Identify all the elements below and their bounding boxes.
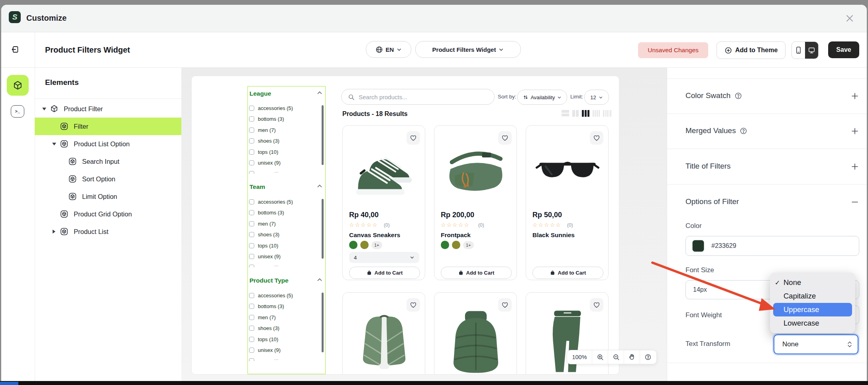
scrollbar-thumb[interactable]: [322, 105, 324, 165]
elements-tab-button[interactable]: [7, 75, 29, 96]
menu-option-lowercase[interactable]: Lowercase: [770, 316, 855, 330]
exit-editor-icon[interactable]: [10, 44, 21, 55]
grid-2col-icon[interactable]: [572, 110, 579, 117]
help-circle-icon[interactable]: [734, 92, 742, 100]
checkbox[interactable]: [249, 106, 254, 111]
mobile-preview-button[interactable]: [792, 42, 805, 59]
filter-option-label[interactable]: shoes (3): [258, 138, 279, 144]
filter-option-label[interactable]: tops (10): [258, 149, 278, 155]
checkbox[interactable]: [249, 128, 254, 133]
menu-option-uppercase[interactable]: Uppercase: [770, 303, 855, 316]
list-view-icon[interactable]: [562, 110, 569, 117]
checkbox[interactable]: [249, 149, 254, 155]
green-swatch[interactable]: [349, 241, 357, 249]
caret-right-icon[interactable]: [53, 230, 55, 234]
desktop-preview-button[interactable]: [805, 42, 818, 59]
text-transform-select[interactable]: None: [774, 334, 858, 354]
variant-select[interactable]: 4: [349, 252, 419, 263]
widget-selector-dropdown[interactable]: Product Filters Widget: [415, 41, 521, 58]
checkbox[interactable]: [249, 199, 254, 204]
expand-plus-icon[interactable]: [850, 162, 859, 171]
green-swatch[interactable]: [441, 241, 449, 249]
filter-option-label[interactable]: accessories (5): [258, 199, 293, 205]
zoom-in-icon[interactable]: [592, 350, 608, 364]
checkbox[interactable]: [249, 160, 254, 165]
caret-down-icon[interactable]: [42, 108, 46, 110]
caret-down-icon[interactable]: [52, 143, 56, 145]
checkbox[interactable]: [249, 243, 254, 248]
tree-item-product-grid-option[interactable]: Product Grid Option: [35, 205, 181, 223]
checkbox[interactable]: [249, 315, 254, 320]
add-to-cart-button[interactable]: Add to Cart: [349, 267, 420, 279]
grid-5col-icon[interactable]: [603, 110, 611, 117]
filter-option-label[interactable]: shoes (3): [258, 325, 279, 331]
expand-plus-icon[interactable]: [850, 127, 859, 136]
section-merged-values[interactable]: Merged Values: [685, 126, 747, 135]
tree-item-sort-option[interactable]: Sort Option: [35, 170, 181, 188]
product-card[interactable]: Rp 200,00 ☆☆☆☆☆ (0) Frontpack 1+ Add to …: [434, 125, 517, 280]
limit-dropdown[interactable]: 12: [584, 90, 609, 105]
filter-option-label[interactable]: men (7): [258, 127, 276, 133]
filter-option-label[interactable]: men (7): [258, 314, 276, 320]
filter-option-label[interactable]: unisex (9): [258, 347, 281, 353]
filter-option-label[interactable]: unisex (9): [258, 160, 281, 166]
checkbox[interactable]: [249, 337, 254, 342]
grid-4col-icon[interactable]: [593, 110, 600, 117]
filter-option-label[interactable]: accessories (5): [258, 293, 293, 299]
tree-item-product-list-option[interactable]: Product List Option: [35, 135, 181, 153]
filter-option-label[interactable]: tops (10): [258, 336, 278, 342]
tree-item-product-list[interactable]: Product List: [35, 223, 181, 240]
close-icon[interactable]: [843, 12, 856, 25]
tree-item-limit-option[interactable]: Limit Option: [35, 188, 181, 205]
chevron-up-icon[interactable]: [317, 278, 322, 281]
product-card[interactable]: [342, 292, 425, 375]
checkbox[interactable]: [249, 116, 254, 122]
filter-option-label[interactable]: bottoms (3): [258, 303, 284, 309]
section-options-of-filter[interactable]: Options of Filter: [685, 197, 739, 206]
section-title-of-filters[interactable]: Title of Filters: [685, 162, 731, 171]
zoom-out-icon[interactable]: [608, 350, 624, 364]
scrollbar-thumb[interactable]: [322, 199, 324, 259]
olive-swatch[interactable]: [452, 241, 460, 249]
product-card[interactable]: [434, 292, 517, 375]
sort-dropdown[interactable]: Availability: [517, 90, 567, 105]
filter-option-label[interactable]: men (7): [258, 221, 276, 227]
add-to-theme-button[interactable]: Add to Theme: [717, 41, 786, 59]
olive-swatch[interactable]: [360, 241, 369, 249]
checkbox[interactable]: [249, 326, 254, 331]
filter-option-label[interactable]: unisex (9): [258, 253, 281, 259]
scrollbar-thumb[interactable]: [322, 293, 324, 352]
help-icon[interactable]: [640, 350, 656, 364]
product-search-input[interactable]: Search products...: [341, 89, 495, 105]
tree-item-search-input[interactable]: Search Input: [35, 153, 181, 170]
menu-option-none[interactable]: ✓ None: [770, 276, 855, 289]
wishlist-heart-button[interactable]: [407, 131, 420, 145]
checkbox[interactable]: [249, 293, 254, 298]
filter-option-label[interactable]: accessories (5): [258, 105, 293, 111]
chevron-up-icon[interactable]: [317, 91, 322, 94]
filter-option-label[interactable]: tops (10): [258, 243, 278, 249]
filter-option-label[interactable]: bottoms (3): [258, 210, 284, 216]
expand-plus-icon[interactable]: [850, 92, 859, 100]
more-swatches-badge[interactable]: 1+: [371, 241, 382, 249]
add-to-cart-button[interactable]: Add to Cart: [441, 267, 512, 279]
menu-option-capitalize[interactable]: Capitalize: [770, 289, 855, 303]
tree-item-product-filter[interactable]: Product Filter: [35, 100, 181, 118]
product-card[interactable]: Rp 40,00 ☆☆☆☆☆ (0) Canvas Sneakers 1+ 4 …: [342, 125, 425, 280]
color-swatch-preview[interactable]: [692, 240, 704, 252]
pan-hand-icon[interactable]: [624, 350, 640, 364]
product-card[interactable]: Rp 50,00 ☆☆☆☆☆ (0) Black Sunnies Add to …: [526, 125, 609, 280]
checkbox[interactable]: [249, 254, 254, 259]
section-color-swatch[interactable]: Color Swatch: [685, 91, 742, 100]
color-input[interactable]: #233629: [685, 236, 859, 256]
filter-option-label[interactable]: bottoms (3): [258, 116, 284, 122]
wishlist-heart-button[interactable]: [590, 131, 603, 145]
more-swatches-badge[interactable]: 1+: [463, 241, 474, 249]
checkbox[interactable]: [249, 304, 254, 309]
help-circle-icon[interactable]: [740, 127, 747, 135]
add-to-cart-button[interactable]: Add to Cart: [532, 267, 603, 279]
checkbox[interactable]: [249, 210, 254, 215]
checkbox[interactable]: [249, 348, 254, 353]
checkbox[interactable]: [249, 232, 254, 237]
checkbox[interactable]: [249, 221, 254, 226]
